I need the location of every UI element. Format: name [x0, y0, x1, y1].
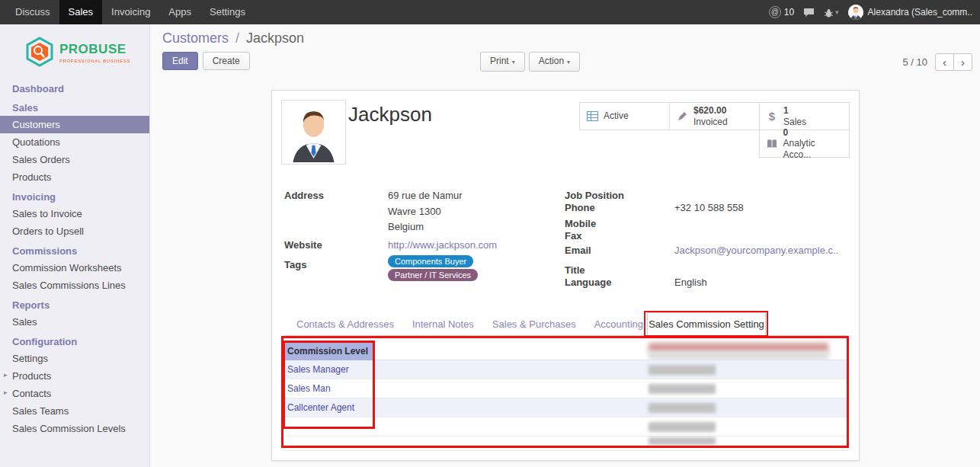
- tab-contacts-addresses[interactable]: Contacts & Addresses: [287, 312, 403, 336]
- redacted-block: [649, 403, 716, 413]
- edit-button[interactable]: Edit: [162, 52, 198, 70]
- magnifier-hexagon-logo-icon: [24, 37, 55, 69]
- redacted-block: [649, 343, 828, 352]
- debug-menu[interactable]: ▾: [824, 8, 839, 18]
- table-row[interactable]: [284, 417, 848, 437]
- stat-invoiced-button[interactable]: $620.00 Invoiced: [669, 102, 760, 130]
- topbar-right: @ 10 ▾ Alexandra (Sales_comm..: [769, 5, 980, 20]
- menu-settings[interactable]: Settings: [200, 0, 255, 24]
- tag-components-buyer: Components Buyer: [388, 255, 473, 267]
- language-value: English: [674, 277, 707, 288]
- sidebar-item-sales-commission-levels[interactable]: Sales Commission Levels: [0, 420, 149, 437]
- breadcrumb-customers[interactable]: Customers: [162, 30, 229, 46]
- table-row[interactable]: Sales Manager: [284, 360, 848, 379]
- tab-accounting[interactable]: Accounting: [585, 312, 652, 336]
- divider: [284, 450, 848, 451]
- stat-active-button[interactable]: Active: [579, 102, 670, 130]
- sidebar-item-settings[interactable]: Settings: [0, 350, 149, 367]
- mention-count: 10: [784, 7, 794, 18]
- sidebar-item-report-sales[interactable]: Sales: [0, 313, 149, 331]
- sidebar-item-commission-worksheets[interactable]: Commission Worksheets: [0, 259, 149, 277]
- stat-analytic-button[interactable]: 0 Analytic Acco...: [759, 130, 850, 158]
- tags-label: Tags: [284, 259, 306, 270]
- dollar-icon: $: [765, 110, 779, 123]
- table-icon: [585, 111, 599, 121]
- book-icon: [765, 139, 779, 149]
- chevron-right-icon: ▸: [4, 389, 8, 396]
- sidebar-item-sales-teams[interactable]: Sales Teams: [0, 402, 149, 420]
- mobile-label: Mobile: [565, 218, 596, 229]
- pager-prev-button[interactable]: ‹: [935, 53, 954, 71]
- sidebar: PROBUSE PROFESSIONAL BUSINESS Dashboard …: [0, 24, 150, 467]
- sidebar-item-config-products[interactable]: ▸ Products: [0, 367, 149, 385]
- sidebar-item-customers[interactable]: Customers: [0, 116, 149, 133]
- table-row[interactable]: [284, 437, 848, 446]
- stat-sales-button[interactable]: $ 1 Sales: [759, 102, 850, 130]
- chat-icon[interactable]: [803, 8, 815, 18]
- address-line-3: Belgium: [388, 221, 424, 232]
- address-line-2: Wavre 1300: [388, 206, 441, 217]
- sidebar-item-quotations[interactable]: Quotations: [0, 133, 149, 151]
- commission-level-header[interactable]: Commission Level: [284, 342, 375, 360]
- tab-sales-purchases[interactable]: Sales & Purchases: [483, 312, 585, 336]
- chevron-right-icon: ›: [961, 56, 965, 69]
- user-name: Alexandra (Sales_comm..: [868, 7, 972, 18]
- email-label: Email: [565, 245, 591, 256]
- title-label: Title: [565, 264, 585, 276]
- sidebar-heading-commissions[interactable]: Commissions: [0, 240, 149, 259]
- phone-value: +32 10 588 558: [674, 202, 744, 213]
- sidebar-heading-sales[interactable]: Sales: [0, 97, 149, 116]
- menu-invoicing[interactable]: Invoicing: [102, 0, 159, 24]
- pager: 5 / 10 ‹ ›: [902, 53, 972, 71]
- chevron-down-icon: ▾: [512, 59, 515, 66]
- sidebar-item-products[interactable]: Products: [0, 168, 149, 186]
- breadcrumb-current: Jackpson: [246, 30, 304, 46]
- stat-buttons-row2: 0 Analytic Acco...: [760, 130, 850, 158]
- sidebar-heading-dashboard[interactable]: Dashboard: [0, 78, 149, 97]
- user-menu[interactable]: Alexandra (Sales_comm..: [848, 5, 972, 20]
- sidebar-heading-invoicing[interactable]: Invoicing: [0, 186, 149, 205]
- create-button[interactable]: Create: [203, 52, 250, 70]
- commission-table: Commission Level Sales Manager Sales Man…: [284, 342, 848, 446]
- address-label: Address: [284, 190, 324, 201]
- website-link[interactable]: http://www.jackpson.com: [388, 239, 497, 251]
- bug-icon: [824, 8, 834, 18]
- sidebar-heading-configuration[interactable]: Configuration: [0, 331, 149, 350]
- language-label: Language: [565, 277, 611, 288]
- sidebar-item-sales-to-invoice[interactable]: Sales to Invoice: [0, 205, 149, 222]
- sidebar-item-orders-to-upsell[interactable]: Orders to Upsell: [0, 222, 149, 240]
- stat-buttons-row1: Active $620.00 Invoiced $ 1 Sales: [580, 102, 850, 130]
- print-button[interactable]: Print▾: [480, 52, 525, 72]
- action-button[interactable]: Action▾: [529, 52, 580, 72]
- logo-title: PROBUSE: [59, 42, 130, 57]
- avatar: [848, 5, 863, 20]
- table-row[interactable]: Sales Man: [284, 379, 848, 398]
- form-buttons: Edit Create: [162, 52, 250, 70]
- tab-sales-commission-setting[interactable]: Sales Commission Setting: [647, 312, 766, 336]
- redacted-block: [649, 384, 716, 394]
- main-content: Customers / Jackpson Edit Create Print▾ …: [150, 24, 980, 467]
- table-row[interactable]: Callcenter Agent: [284, 398, 848, 417]
- sidebar-item-sales-orders[interactable]: Sales Orders: [0, 151, 149, 168]
- at-icon: @: [769, 6, 781, 18]
- address-line-1: 69 rue de Namur: [388, 190, 463, 201]
- customer-photo[interactable]: [281, 100, 346, 165]
- table-header-row: Commission Level: [284, 342, 848, 360]
- menu-sales[interactable]: Sales: [59, 0, 103, 24]
- menu-apps[interactable]: Apps: [159, 0, 200, 24]
- pencil-icon: [675, 111, 689, 121]
- sidebar-item-config-contacts[interactable]: ▸ Contacts: [0, 385, 149, 402]
- chevron-down-icon: ▾: [567, 59, 570, 66]
- sidebar-item-sales-commissions-lines[interactable]: Sales Commissions Lines: [0, 277, 149, 294]
- action-buttons: Print▾ Action▾: [480, 52, 580, 72]
- pager-next-button[interactable]: ›: [953, 53, 972, 71]
- redacted-block: [649, 365, 716, 375]
- tab-internal-notes[interactable]: Internal Notes: [403, 312, 483, 336]
- menu-discuss[interactable]: Discuss: [6, 0, 59, 24]
- redacted-block: [649, 422, 716, 432]
- email-link[interactable]: Jackpson@yourcompany.example.c..: [674, 245, 838, 256]
- breadcrumb: Customers / Jackpson: [162, 30, 304, 46]
- topbar: Discuss Sales Invoicing Apps Settings @ …: [0, 0, 980, 24]
- mention-counter[interactable]: @ 10: [769, 6, 794, 18]
- sidebar-heading-reports[interactable]: Reports: [0, 294, 149, 313]
